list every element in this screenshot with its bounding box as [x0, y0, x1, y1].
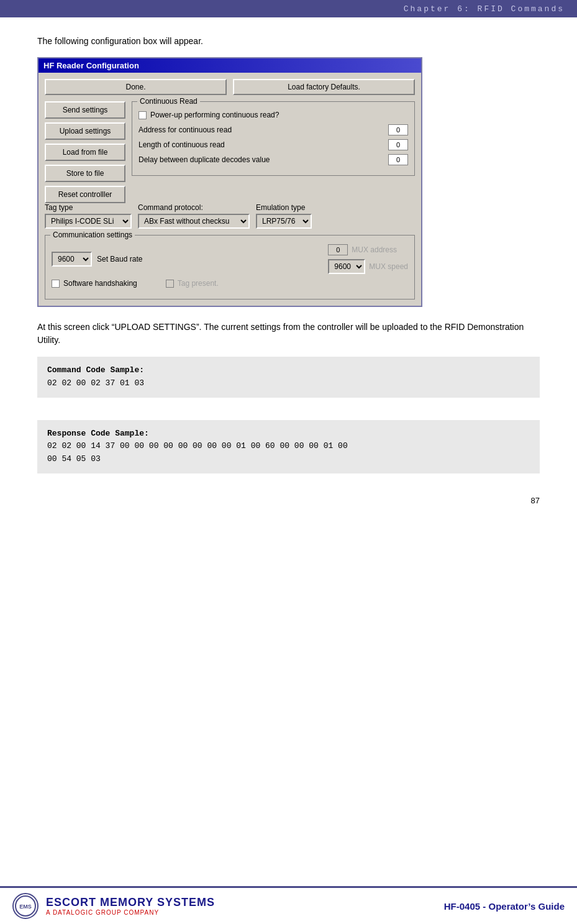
main-area: Send settings Upload settings Load from … — [45, 101, 415, 203]
delay-label: Delay between duplicate decodes value — [139, 155, 388, 164]
guide-title: HF-0405 - Operator’s Guide — [444, 901, 565, 912]
store-to-file-button[interactable]: Store to file — [45, 165, 125, 182]
emulation-type-group: Emulation type LRP75/76 — [256, 203, 312, 229]
response-code-label: Response Code Sample: — [47, 429, 149, 438]
tag-present-label: Tag present. — [178, 279, 219, 288]
tag-present-checkbox[interactable] — [166, 280, 174, 288]
communication-group: Communication settings 9600 Set Baud rat… — [45, 235, 415, 300]
tag-present-row: Tag present. — [166, 279, 219, 288]
software-handshaking-row: Software handshaking Tag present. — [52, 279, 408, 288]
tag-type-group: Tag type Philips I-CODE SLi — [45, 203, 132, 229]
command-protocol-group: Command protocol: ABx Fast without check… — [138, 203, 250, 229]
continuous-read-label: Continuous Read — [137, 97, 200, 106]
company-name: ESCORT MEMORY SYSTEMS — [46, 896, 215, 909]
dropdowns-area: Tag type Philips I-CODE SLi Command prot… — [45, 203, 415, 229]
main-content: The following configuration box will app… — [0, 17, 577, 496]
response-code-block: Response Code Sample: 02 02 00 14 37 00 … — [37, 420, 540, 473]
emulation-type-label: Emulation type — [256, 203, 312, 212]
address-input[interactable] — [388, 124, 408, 135]
address-row: Address for continuous read — [139, 124, 408, 135]
company-sub: A DATALOGIC GROUP COMPANY — [46, 909, 215, 916]
ems-svg-icon: EMS — [14, 895, 37, 917]
baud-rate-select[interactable]: 9600 — [52, 252, 92, 267]
continuous-read-group: Continuous Read Power-up performing cont… — [132, 101, 415, 176]
command-protocol-label: Command protocol: — [138, 203, 250, 212]
emulation-type-select[interactable]: LRP75/76 — [256, 214, 312, 229]
mux-address-label: MUX address — [352, 245, 397, 254]
dialog-body: Done. Load factory Defaults. Send settin… — [39, 73, 421, 306]
response-code-value2: 00 54 05 03 — [47, 454, 101, 464]
mux-section: MUX address 9600 MUX speed — [328, 244, 408, 274]
tag-type-select[interactable]: Philips I-CODE SLi — [45, 214, 132, 229]
address-label: Address for continuous read — [139, 126, 388, 134]
power-up-checkbox[interactable] — [139, 111, 147, 119]
mux-speed-label: MUX speed — [369, 262, 408, 271]
mux-speed-select[interactable]: 9600 — [328, 259, 365, 274]
left-buttons-column: Send settings Upload settings Load from … — [45, 101, 125, 203]
done-button[interactable]: Done. — [45, 79, 227, 95]
chapter-title: Chapter 6: RFID Commands — [404, 4, 565, 14]
ems-logo-icon: EMS — [12, 893, 39, 919]
comm-group-label: Communication settings — [50, 231, 135, 239]
command-code-label: Command Code Sample: — [47, 365, 144, 375]
baud-rate-row: 9600 Set Baud rate MUX address 9600 MUX — [52, 244, 408, 274]
upload-paragraph: At this screen click “UPLOAD SETTINGS”. … — [37, 321, 540, 347]
load-defaults-button[interactable]: Load factory Defaults. — [233, 79, 415, 95]
logo-text-block: ESCORT MEMORY SYSTEMS A DATALOGIC GROUP … — [46, 896, 215, 916]
dialog-title: HF Reader Configuration — [39, 58, 421, 73]
length-label: Length of continuous read — [139, 140, 388, 149]
power-up-label: Power-up performing continuous read? — [150, 111, 279, 119]
mux-address-input[interactable] — [328, 244, 348, 255]
baud-label: Set Baud rate — [97, 255, 142, 263]
top-buttons-row: Done. Load factory Defaults. — [45, 79, 415, 95]
intro-text: The following configuration box will app… — [37, 36, 540, 46]
upload-settings-button[interactable]: Upload settings — [45, 122, 125, 140]
length-row: Length of continuous read — [139, 139, 408, 150]
delay-row: Delay between duplicate decodes value — [139, 154, 408, 165]
power-up-row: Power-up performing continuous read? — [139, 111, 408, 119]
software-handshaking-label: Software handshaking — [63, 279, 137, 288]
page-number: 87 — [0, 496, 577, 510]
hf-reader-dialog: HF Reader Configuration Done. Load facto… — [37, 57, 422, 307]
length-input[interactable] — [388, 139, 408, 150]
software-handshaking-checkbox[interactable] — [52, 280, 60, 288]
header-bar: Chapter 6: RFID Commands — [0, 0, 577, 17]
response-code-value1: 02 02 00 14 37 00 00 00 00 00 00 00 00 0… — [47, 441, 348, 451]
mux-speed-row: 9600 MUX speed — [328, 259, 408, 274]
command-protocol-select[interactable]: ABx Fast without checksu — [138, 214, 250, 229]
footer: EMS ESCORT MEMORY SYSTEMS A DATALOGIC GR… — [0, 886, 577, 924]
reset-controller-button[interactable]: Reset controlller — [45, 186, 125, 203]
mux-address-row: MUX address — [328, 244, 397, 255]
load-from-file-button[interactable]: Load from file — [45, 144, 125, 161]
command-code-block: Command Code Sample: 02 02 00 02 37 01 0… — [37, 357, 540, 398]
tag-type-label: Tag type — [45, 203, 132, 212]
send-settings-button[interactable]: Send settings — [45, 101, 125, 119]
svg-text:EMS: EMS — [19, 903, 32, 910]
right-panel: Continuous Read Power-up performing cont… — [132, 101, 415, 203]
footer-logo: EMS ESCORT MEMORY SYSTEMS A DATALOGIC GR… — [12, 893, 215, 919]
delay-input[interactable] — [388, 154, 408, 165]
command-code-value: 02 02 00 02 37 01 03 — [47, 378, 144, 388]
